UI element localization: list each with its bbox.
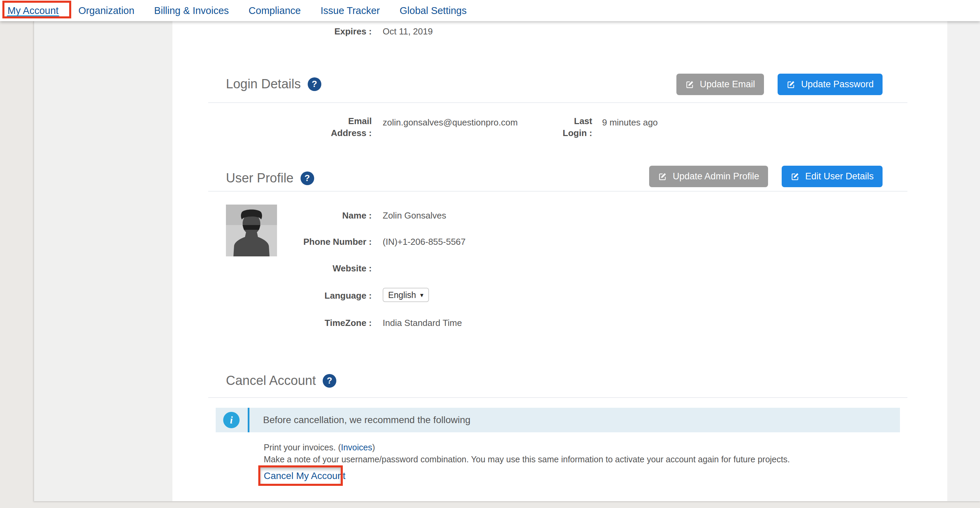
alert-divider — [248, 408, 250, 432]
edit-icon — [786, 80, 795, 89]
tab-compliance-label: Compliance — [249, 5, 301, 16]
user-profile-title: User Profile — [226, 171, 294, 185]
help-icon[interactable]: ? — [308, 77, 321, 91]
cancellation-info-alert: i Before cancellation, we recommend the … — [216, 408, 900, 432]
timezone-value: India Standard Time — [383, 317, 462, 329]
login-details-heading: Login Details ? — [226, 77, 321, 91]
login-details-title: Login Details — [226, 77, 301, 91]
tab-my-account[interactable]: My Account — [8, 0, 59, 21]
tab-my-account-label: My Account — [8, 5, 59, 16]
name-value: Zolin Gonsalves — [383, 210, 446, 221]
left-gray-panel — [34, 21, 172, 501]
cancel-account-title: Cancel Account — [226, 373, 316, 388]
edit-user-details-button[interactable]: Edit User Details — [782, 166, 883, 187]
tab-billing-invoices[interactable]: Billing & Invoices — [154, 0, 229, 21]
update-password-button[interactable]: Update Password — [778, 74, 883, 95]
main-content: Expires : Oct 11, 2019 Login Details ? U… — [172, 21, 947, 501]
phone-number-value: (IN)+1-206-855-5567 — [383, 236, 466, 248]
tab-organization[interactable]: Organization — [78, 0, 134, 21]
timezone-label: TimeZone : — [172, 317, 372, 329]
name-label: Name : — [172, 210, 372, 221]
cancel-account-heading: Cancel Account ? — [226, 373, 336, 388]
update-email-button[interactable]: Update Email — [676, 74, 764, 95]
settings-card: Expires : Oct 11, 2019 Login Details ? U… — [33, 21, 980, 501]
section-divider — [208, 397, 907, 398]
print-invoices-line: Print your invoices. (Invoices) — [264, 441, 375, 454]
last-login-label: Last Login : — [495, 115, 592, 139]
tab-issue-tracker[interactable]: Issue Tracker — [321, 0, 380, 21]
edit-icon — [658, 172, 667, 181]
help-icon[interactable]: ? — [301, 172, 314, 185]
help-icon[interactable]: ? — [323, 374, 336, 388]
alert-title: Before cancellation, we recommend the fo… — [263, 415, 471, 425]
user-profile-heading: User Profile ? — [226, 171, 314, 185]
tab-compliance[interactable]: Compliance — [249, 0, 301, 21]
phone-number-label: Phone Number : — [172, 236, 372, 248]
invoices-link[interactable]: Invoices — [341, 443, 372, 452]
chevron-down-icon: ▾ — [420, 292, 423, 298]
language-dropdown[interactable]: English ▾ — [383, 288, 429, 302]
section-divider — [208, 191, 907, 192]
expires-value: Oct 11, 2019 — [383, 25, 433, 38]
email-address-label: Email Address : — [172, 115, 372, 139]
language-selected-value: English — [388, 290, 416, 300]
section-divider — [208, 102, 907, 103]
edit-icon — [685, 80, 694, 89]
edit-icon — [791, 172, 800, 181]
tab-issue-tracker-label: Issue Tracker — [321, 5, 380, 16]
tab-billing-invoices-label: Billing & Invoices — [154, 5, 229, 16]
active-tab-underline — [7, 15, 59, 18]
language-label: Language : — [172, 290, 372, 302]
top-navigation: My Account Organization Billing & Invoic… — [0, 0, 980, 21]
cancel-my-account-link[interactable]: Cancel My Account — [264, 470, 345, 481]
last-login-value: 9 minutes ago — [602, 116, 658, 129]
website-label: Website : — [172, 263, 372, 274]
info-icon: i — [223, 412, 240, 428]
username-password-note: Make a note of your username/password co… — [264, 454, 790, 465]
tab-global-settings-label: Global Settings — [400, 5, 467, 16]
expires-label: Expires : — [172, 25, 372, 38]
tab-organization-label: Organization — [78, 5, 134, 16]
update-admin-profile-button[interactable]: Update Admin Profile — [649, 166, 768, 187]
tab-global-settings[interactable]: Global Settings — [400, 0, 467, 21]
right-gray-panel — [947, 21, 980, 501]
